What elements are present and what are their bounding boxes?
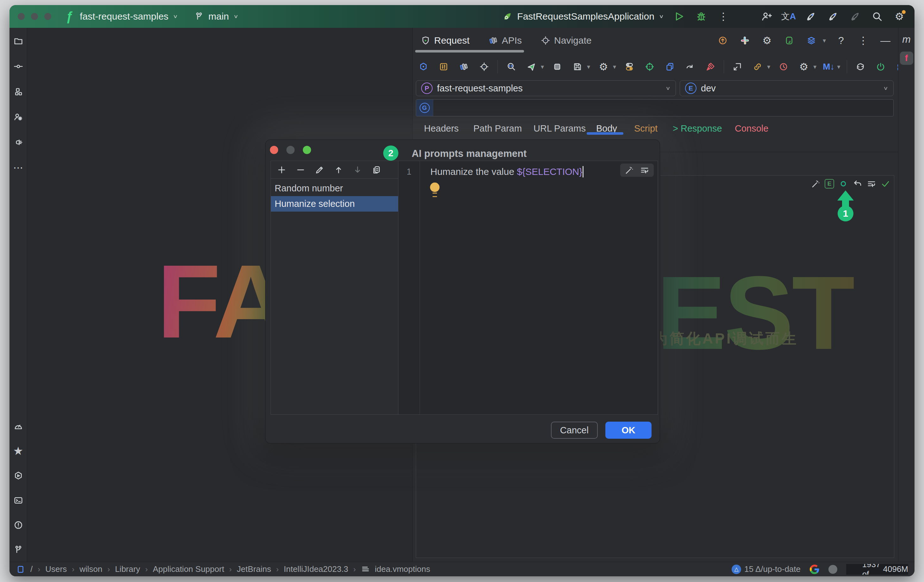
magic-wand-icon[interactable] (811, 179, 821, 189)
crumb-jetbrains[interactable]: JetBrains (237, 564, 271, 574)
config-gear-icon[interactable]: ⚙ (760, 33, 774, 48)
soft-wrap-icon[interactable] (640, 165, 649, 175)
branch-switcher[interactable]: main ∨ (192, 10, 238, 23)
ok-button[interactable]: OK (606, 422, 652, 439)
send-request-button[interactable] (524, 60, 538, 74)
prompt-e-icon[interactable]: E (825, 179, 834, 188)
crumb-wilson[interactable]: wilson (79, 564, 102, 574)
duplicate-prompt-button[interactable] (370, 163, 383, 176)
magic-wand-icon[interactable] (625, 165, 634, 175)
markdown-dropdown-caret[interactable]: ▾ (837, 63, 840, 71)
move-up-button[interactable] (332, 163, 345, 176)
debug-button[interactable] (694, 10, 708, 23)
hide-panel-icon[interactable]: — (878, 33, 893, 48)
fast-request-tool-button[interactable]: f (900, 51, 913, 65)
clean-brush-icon[interactable] (703, 60, 717, 74)
save-dropdown-caret[interactable]: ▾ (587, 63, 590, 71)
settings-gear-icon[interactable]: ⚙ (893, 10, 906, 23)
vcs-status-widget[interactable]: △ 15 Δ/up-to-date (732, 564, 800, 574)
window-minimize-button[interactable] (31, 13, 38, 20)
apply-check-icon[interactable] (880, 179, 891, 189)
google-icon[interactable] (809, 564, 820, 574)
http-method-badge[interactable]: G (416, 100, 433, 116)
toggles-icon[interactable] (622, 60, 636, 74)
rocket-icon-2[interactable] (826, 10, 840, 23)
dialog-zoom-button[interactable] (303, 146, 311, 154)
tab-request[interactable]: Request (421, 35, 470, 46)
crumb-users[interactable]: Users (45, 564, 67, 574)
window-close-button[interactable] (18, 13, 25, 20)
dialog-close-button[interactable] (270, 146, 278, 154)
link-icon[interactable] (751, 60, 764, 74)
dropdown-caret-icon[interactable]: ▾ (823, 37, 826, 44)
run-button[interactable] (672, 10, 686, 23)
maven-tool-button[interactable]: m (902, 33, 911, 45)
prompt-editor-panel[interactable]: 1 Humanize the value ${SELECTION} (398, 161, 658, 415)
project-folder-icon[interactable] (12, 34, 25, 48)
tab-navigate[interactable]: Navigate (541, 35, 591, 46)
search-code-icon[interactable] (504, 60, 518, 74)
terminal-icon[interactable] (12, 493, 25, 507)
update-circle-icon[interactable] (716, 33, 730, 48)
config-hexagon-icon[interactable] (416, 60, 431, 74)
environment-select[interactable]: E dev ∨ (680, 80, 894, 96)
commit-icon[interactable] (12, 59, 25, 73)
tab-headers[interactable]: Headers (424, 124, 459, 134)
locate-crosshair-icon[interactable] (477, 60, 491, 74)
markdown-export-icon[interactable]: M↓ (823, 62, 835, 72)
scan-frame-icon[interactable] (782, 33, 796, 48)
gear2-dropdown-caret[interactable]: ▾ (813, 63, 817, 71)
crumb-intellij[interactable]: IntelliJIdea2023.3 (284, 564, 348, 574)
help-contacts-icon[interactable]: ? (12, 110, 25, 124)
add-prompt-button[interactable] (275, 163, 288, 176)
openai-icon[interactable] (838, 178, 849, 189)
tab-script[interactable]: Script (634, 124, 658, 134)
apis-toolbar-icon[interactable] (457, 60, 471, 74)
settings-dropdown-caret[interactable]: ▾ (613, 63, 616, 71)
copy-icon[interactable] (663, 60, 677, 74)
tab-url-params[interactable]: URL Params (533, 124, 586, 134)
soft-wrap-icon[interactable] (866, 179, 876, 189)
intention-bulb-icon[interactable] (430, 183, 439, 196)
problems-icon[interactable] (12, 518, 25, 532)
tab-response[interactable]: > Response (673, 124, 722, 134)
prompt-text[interactable]: Humanize the value (431, 167, 517, 177)
undo-icon[interactable] (853, 179, 863, 189)
list-item-random-number[interactable]: Random number (271, 181, 398, 196)
toolbar-gear2-icon[interactable]: ⚙ (797, 60, 811, 74)
run-configuration-selector[interactable]: FastRequestSamplesApplication ∨ (501, 10, 664, 23)
history-clock-icon[interactable] (777, 60, 790, 74)
cancel-button[interactable]: Cancel (551, 422, 598, 439)
edit-prompt-button[interactable] (313, 163, 326, 176)
remove-prompt-button[interactable] (294, 163, 307, 176)
variables-icon[interactable] (437, 60, 450, 74)
tab-apis[interactable]: APIs (488, 35, 522, 46)
memory-indicator[interactable]: 1937 of 4096M (846, 564, 908, 575)
bookmarks-star-icon[interactable]: ★ (12, 444, 25, 458)
version-control-icon[interactable] (12, 543, 25, 557)
translate-icon[interactable]: 文A (782, 10, 795, 23)
send-dropdown-caret[interactable]: ▾ (541, 63, 544, 71)
crumb-file[interactable]: idea.vmoptions (375, 564, 431, 574)
search-everywhere-icon[interactable] (870, 10, 884, 23)
services-icon[interactable] (12, 469, 25, 483)
structure-icon[interactable] (12, 85, 25, 99)
plugin-puzzle-icon[interactable] (894, 60, 898, 74)
project-module-select[interactable]: P fast-request-samples ∨ (416, 80, 676, 96)
link-dropdown-caret[interactable]: ▾ (767, 63, 770, 71)
panel-kebab-icon[interactable]: ⋮ (856, 33, 870, 48)
crumb-app-support[interactable]: Application Support (153, 564, 224, 574)
window-zoom-button[interactable] (44, 13, 51, 20)
crumb-root[interactable]: / (30, 564, 33, 574)
more-tool-windows-icon[interactable]: ⋯ (12, 161, 25, 175)
slack-icon[interactable] (738, 33, 752, 48)
save-button[interactable] (571, 60, 584, 74)
connect-power-icon[interactable] (874, 60, 888, 74)
profiler-icon[interactable] (12, 419, 25, 434)
tab-console[interactable]: Console (735, 124, 768, 134)
coverage-target-icon[interactable] (643, 60, 657, 74)
rocket-icon-1[interactable] (804, 10, 818, 23)
project-switcher[interactable]: fast-request-samples ∨ (80, 11, 178, 22)
more-actions-kebab-icon[interactable]: ⋮ (716, 10, 730, 23)
redo-curve-icon[interactable] (683, 60, 697, 74)
